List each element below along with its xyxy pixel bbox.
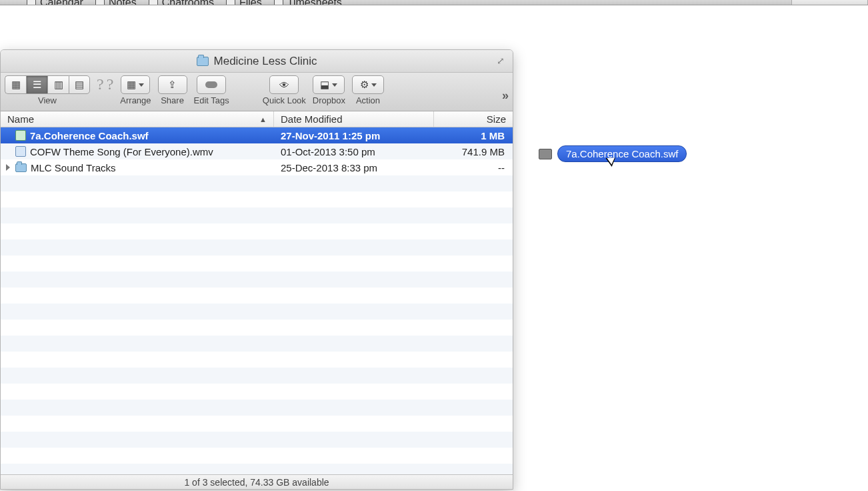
fullscreen-button[interactable]: ⤢ bbox=[494, 54, 507, 67]
share-button[interactable]: ⇪ bbox=[158, 75, 187, 94]
app-menubar: Calendar Notes Chatrooms Files Timesheet… bbox=[0, 0, 868, 5]
quick-look-button[interactable]: 👁 bbox=[269, 75, 299, 94]
view-coverflow-button[interactable]: ▤ bbox=[69, 75, 90, 94]
disclosure-triangle-icon[interactable] bbox=[6, 164, 10, 171]
folder-icon bbox=[197, 57, 209, 66]
file-row[interactable]: MLC Sound Tracks 25-Dec-2013 8:33 pm -- bbox=[1, 159, 513, 175]
file-list[interactable]: 7a.Coherence Coach.swf 27-Nov-2011 1:25 … bbox=[1, 127, 513, 474]
menubar-item-timesheets[interactable]: Timesheets bbox=[274, 0, 342, 5]
toolbar-arrange-label: Arrange bbox=[120, 95, 151, 105]
toolbar-view-group: ▦ ☰ ▥ ▤ View bbox=[5, 75, 90, 105]
column-header-size[interactable]: Size bbox=[434, 111, 513, 127]
menubar-label: Timesheets bbox=[287, 0, 342, 5]
file-size: 1 MB bbox=[434, 130, 513, 141]
calendar-icon bbox=[27, 0, 36, 5]
finder-window: Medicine Less Clinic ⤢ ▦ ☰ ▥ ▤ View ? ? … bbox=[0, 49, 513, 490]
arrange-button[interactable]: ▦ bbox=[121, 75, 150, 94]
sort-ascending-icon: ▲ bbox=[259, 115, 267, 123]
gear-icon: ⚙ bbox=[360, 79, 369, 91]
menubar-label: Files bbox=[239, 0, 262, 5]
toolbar-edittags-label: Edit Tags bbox=[194, 95, 229, 105]
toolbar-overflow-button[interactable]: » bbox=[502, 89, 509, 103]
tag-icon bbox=[205, 81, 217, 88]
drag-preview: 7a.Coherence Coach.swf bbox=[539, 145, 687, 162]
toolbar-dropbox-label: Dropbox bbox=[313, 95, 345, 105]
dropbox-icon: ⬓ bbox=[320, 79, 329, 91]
menubar-label: Chatrooms bbox=[162, 0, 214, 5]
toolbar-action-label: Action bbox=[356, 95, 380, 105]
column-label: Date Modified bbox=[281, 113, 343, 125]
status-text: 1 of 3 selected, 74.33 GB available bbox=[184, 477, 329, 488]
arrange-icon: ▦ bbox=[127, 79, 136, 91]
menubar-label: Calendar bbox=[40, 0, 83, 5]
chevron-down-icon bbox=[139, 83, 144, 87]
help-icon[interactable]: ? bbox=[107, 75, 114, 93]
menubar-item-notes[interactable]: Notes bbox=[95, 0, 137, 5]
help-icon[interactable]: ? bbox=[97, 75, 104, 93]
toolbar-view-label: View bbox=[38, 95, 57, 105]
dropbox-button[interactable]: ⬓ bbox=[313, 75, 345, 94]
swf-file-icon bbox=[15, 130, 26, 141]
toolbar: ▦ ☰ ▥ ▤ View ? ? ▦ Arrange ⇪ Share bbox=[1, 73, 513, 111]
file-name: MLC Sound Tracks bbox=[31, 162, 116, 173]
files-icon bbox=[226, 0, 235, 5]
view-columns-button[interactable]: ▥ bbox=[47, 75, 69, 94]
toolbar-share-label: Share bbox=[161, 95, 184, 105]
share-icon: ⇪ bbox=[168, 79, 177, 91]
column-header-row: Name ▲ Date Modified Size bbox=[1, 111, 513, 127]
chevron-down-icon bbox=[371, 83, 377, 87]
timesheets-icon bbox=[274, 0, 283, 5]
drag-label: 7a.Coherence Coach.swf bbox=[557, 145, 687, 162]
column-header-name[interactable]: Name ▲ bbox=[1, 111, 274, 127]
file-name: 7a.Coherence Coach.swf bbox=[30, 130, 149, 141]
window-titlebar[interactable]: Medicine Less Clinic ⤢ bbox=[1, 50, 513, 73]
eye-icon: 👁 bbox=[279, 79, 289, 91]
file-name: COFW Theme Song (For Everyone).wmv bbox=[30, 146, 213, 157]
grid-icon: ▦ bbox=[11, 79, 21, 91]
toolbar-edittags-group: Edit Tags bbox=[194, 75, 229, 105]
menubar-item-calendar[interactable]: Calendar bbox=[27, 0, 83, 5]
action-button[interactable]: ⚙ bbox=[352, 75, 384, 94]
drag-thumb-icon bbox=[539, 149, 552, 159]
file-size: 741.9 MB bbox=[434, 146, 513, 157]
column-label: Name bbox=[7, 113, 34, 125]
status-bar: 1 of 3 selected, 74.33 GB available bbox=[1, 474, 513, 489]
toolbar-share-group: ⇪ Share bbox=[158, 75, 187, 105]
menubar-label: Notes bbox=[109, 0, 137, 5]
list-icon: ☰ bbox=[33, 79, 41, 91]
file-date: 25-Dec-2013 8:33 pm bbox=[274, 162, 434, 173]
file-row[interactable]: 7a.Coherence Coach.swf 27-Nov-2011 1:25 … bbox=[1, 127, 513, 143]
toolbar-arrange-group: ▦ Arrange bbox=[120, 75, 151, 105]
column-header-date[interactable]: Date Modified bbox=[274, 111, 434, 127]
columns-icon: ▥ bbox=[54, 79, 63, 91]
chat-icon bbox=[149, 0, 158, 5]
file-date: 01-Oct-2013 3:50 pm bbox=[274, 146, 434, 157]
view-list-button[interactable]: ☰ bbox=[26, 75, 47, 94]
window-title: Medicine Less Clinic bbox=[214, 55, 317, 68]
toolbar-action-group: ⚙ Action bbox=[352, 75, 384, 105]
toolbar-help-group: ? ? bbox=[97, 75, 113, 93]
coverflow-icon: ▤ bbox=[75, 79, 84, 91]
folder-icon bbox=[15, 163, 27, 172]
menubar-item-chatrooms[interactable]: Chatrooms bbox=[149, 0, 214, 5]
menubar-item-files[interactable]: Files bbox=[226, 0, 262, 5]
file-date: 27-Nov-2011 1:25 pm bbox=[274, 130, 434, 141]
toolbar-dropbox-group: ⬓ Dropbox bbox=[313, 75, 345, 105]
column-label: Size bbox=[487, 113, 506, 125]
chevron-down-icon bbox=[332, 83, 337, 87]
edit-tags-button[interactable] bbox=[197, 75, 226, 94]
file-size: -- bbox=[434, 162, 513, 173]
file-row[interactable]: COFW Theme Song (For Everyone).wmv 01-Oc… bbox=[1, 143, 513, 159]
wmv-file-icon bbox=[15, 146, 26, 157]
toolbar-quicklook-label: Quick Look bbox=[263, 95, 306, 105]
toolbar-quicklook-group: 👁 Quick Look bbox=[263, 75, 306, 105]
menubar-right-widget[interactable] bbox=[791, 0, 868, 5]
view-icons-button[interactable]: ▦ bbox=[5, 75, 26, 94]
notes-icon bbox=[95, 0, 105, 5]
